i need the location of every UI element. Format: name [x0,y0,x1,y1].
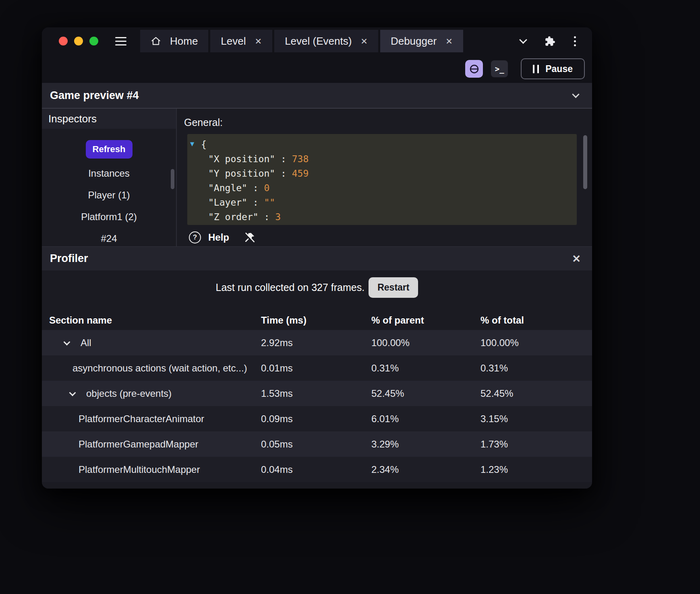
game-preview-header[interactable]: Game preview #4 [42,83,592,109]
window-tab-bar: Home Level ✕ Level (Events) ✕ Debugger ✕ [42,27,592,55]
json-entry: "Z order" : 3 [187,210,577,224]
tabbar-right-icons [520,36,592,47]
row-time: 2.92ms [261,337,371,349]
help-row: ? Help [189,231,592,243]
scrollbar[interactable] [171,169,174,189]
console-icon[interactable]: >_ [491,60,508,77]
profiler-status-text: Last run collected on 327 frames. [216,282,365,293]
help-icon[interactable]: ? [189,231,201,243]
profiler-table-header: Section name Time (ms) % of parent % of … [42,311,592,330]
row-section-name: objects (pre-events) [86,388,172,399]
table-row[interactable]: All 2.92ms 100.00% 100.00% [42,330,592,355]
extensions-puzzle-icon[interactable] [545,36,555,47]
profiler-body: Last run collected on 327 frames. Restar… [42,270,592,489]
menu-icon[interactable] [115,37,126,45]
table-row[interactable]: PlatformerMultitouchMapper 0.04ms 2.34% … [42,457,592,482]
row-time: 0.04ms [261,464,371,475]
circle-line-glyph [469,64,480,74]
general-title: General: [177,117,592,128]
chevron-down-icon[interactable] [69,389,76,396]
json-entry: "Angle" : 0 [187,181,577,195]
inspector-item-platform1[interactable]: Platform1 (2) [42,206,176,228]
row-percent-parent: 3.29% [371,439,480,450]
row-time: 0.09ms [261,413,371,425]
column-percent-parent: % of parent [371,315,480,326]
tab-level-events[interactable]: Level (Events) ✕ [274,30,378,52]
tab-label: Level [221,35,246,47]
row-percent-total: 52.45% [480,388,592,399]
tab-level[interactable]: Level ✕ [210,30,272,52]
column-time: Time (ms) [261,315,371,326]
row-section-name: All [81,337,91,349]
chevron-down-icon[interactable] [572,91,579,98]
row-percent-parent: 52.45% [371,388,480,399]
scrollbar[interactable] [583,135,587,189]
traffic-lights [59,37,98,45]
speed-limit-icon[interactable] [465,60,483,78]
help-label[interactable]: Help [208,232,229,243]
tab-label: Level (Events) [285,35,352,47]
minimize-window-button[interactable] [74,37,83,45]
console-glyph: >_ [495,64,504,73]
json-open-brace: { [187,137,577,152]
debugger-toolbar: >_ Pause [42,55,592,83]
close-window-button[interactable] [59,37,68,45]
inspector-item-instances[interactable]: Instances [42,163,176,184]
table-row[interactable]: PlatformerGamepadMapper 0.05ms 3.29% 1.7… [42,431,592,457]
tab-strip: Home Level ✕ Level (Events) ✕ Debugger ✕ [140,30,463,52]
row-section-name: PlatformerGamepadMapper [79,439,198,450]
column-section-name: Section name [42,315,261,326]
row-percent-total: 1.23% [480,464,592,475]
tab-debugger[interactable]: Debugger ✕ [380,30,463,52]
profiler-title: Profiler [50,252,88,265]
row-time: 0.05ms [261,439,371,450]
inspector-item-player[interactable]: Player (1) [42,184,176,206]
row-percent-total: 1.73% [480,439,592,450]
tab-home[interactable]: Home [140,30,208,52]
close-icon[interactable]: ✕ [445,37,453,45]
row-section-name: PlatformerMultitouchMapper [79,464,200,475]
table-row[interactable]: PlatformerCharacterAnimator 0.09ms 6.01%… [42,406,592,431]
more-options-icon[interactable] [574,36,576,46]
tab-label: Debugger [391,35,437,47]
app-window: Home Level ✕ Level (Events) ✕ Debugger ✕ [42,27,592,489]
restart-button[interactable]: Restart [369,277,418,298]
inspector-item-24[interactable]: #24 [42,228,176,246]
pause-button[interactable]: Pause [521,58,585,79]
table-row[interactable]: asynchronous actions (wait action, etc..… [42,355,592,381]
expand-triangle-icon[interactable]: ▼ [190,136,194,151]
refresh-button[interactable]: Refresh [86,140,133,159]
row-section-name: asynchronous actions (wait action, etc..… [72,363,247,374]
row-time: 1.53ms [261,388,371,399]
row-percent-parent: 100.00% [371,337,480,349]
profiler-status-row: Last run collected on 327 frames. Restar… [42,270,592,304]
row-time: 0.01ms [261,363,371,374]
tab-label: Home [170,35,198,47]
chevron-down-icon[interactable] [519,36,527,44]
row-section-name: PlatformerCharacterAnimator [79,413,204,425]
json-entry: "Y position" : 459 [187,166,577,181]
unpin-icon[interactable] [244,231,256,243]
close-icon[interactable]: ✕ [360,37,368,45]
inspectors-panel: Inspectors Refresh Instances Player (1) … [42,109,177,246]
general-panel: General: ▼ { "X position" : 738 "Y posit… [177,109,592,246]
row-percent-total: 0.31% [480,363,592,374]
close-icon[interactable]: ✕ [572,254,581,264]
profiler-header: Profiler ✕ [42,246,592,270]
object-properties-view[interactable]: ▼ { "X position" : 738 "Y position" : 45… [187,134,577,225]
pause-icon [533,65,539,73]
row-percent-parent: 0.31% [371,363,480,374]
table-row[interactable]: objects (pre-events) 1.53ms 52.45% 52.45… [42,381,592,406]
game-preview-title: Game preview #4 [50,89,139,102]
chevron-down-icon[interactable] [64,338,70,345]
json-entry: "X position" : 738 [187,152,577,166]
pause-label: Pause [545,64,573,74]
close-icon[interactable]: ✕ [255,37,262,45]
row-percent-parent: 2.34% [371,464,480,475]
json-entry: "Layer" : "" [187,195,577,210]
row-percent-parent: 6.01% [371,413,480,425]
row-percent-total: 100.00% [480,337,592,349]
zoom-window-button[interactable] [89,37,98,45]
inspectors-title: Inspectors [42,109,176,129]
column-percent-total: % of total [480,315,592,326]
